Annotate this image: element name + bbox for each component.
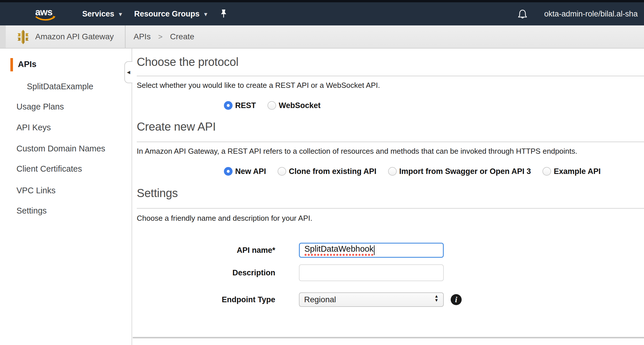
footer-divider (133, 337, 644, 338)
description-input[interactable] (299, 264, 444, 281)
nav-services-menu[interactable]: Services ▼ (82, 10, 123, 18)
nav-resource-groups-menu[interactable]: Resource Groups ▼ (134, 10, 208, 18)
breadcrumb: Amazon API Gateway APIs > Create (0, 25, 644, 49)
radio-option-websocket[interactable]: WebSocket (267, 101, 321, 110)
text-cursor (374, 245, 375, 255)
protocol-radio-group: REST WebSocket (224, 98, 321, 113)
section-divider (137, 76, 644, 76)
pin-shortcut-button[interactable] (219, 9, 228, 19)
breadcrumb-divider (125, 25, 126, 48)
radio-selected-icon[interactable] (224, 101, 233, 110)
endpoint-type-label: Endpoint Type (137, 295, 275, 304)
sidebar-item-custom-domain-names[interactable]: Custom Domain Names (16, 144, 105, 153)
endpoint-type-row: Endpoint Type Regional ▲▼ i (137, 292, 462, 307)
sidebar-item-apis[interactable]: APIs (18, 60, 36, 69)
sidebar-item-api-keys[interactable]: API Keys (16, 123, 51, 132)
breadcrumb-service-name[interactable]: Amazon API Gateway (35, 25, 114, 48)
notifications-bell-button[interactable] (517, 9, 528, 21)
radio-option-import-swagger[interactable]: Import from Swagger or Open API 3 (388, 167, 531, 176)
api-gateway-icon (17, 29, 29, 46)
api-name-input[interactable]: SplitDataWebhook (299, 243, 444, 258)
nav-resource-groups-label: Resource Groups (134, 10, 200, 18)
settings-section-description: Choose a friendly name and description f… (137, 214, 312, 223)
breadcrumb-item-create: Create (170, 32, 194, 41)
bell-icon (517, 9, 528, 20)
breadcrumb-item-apis[interactable]: APIs (134, 32, 151, 41)
radio-option-clone[interactable]: Clone from existing API (278, 167, 377, 176)
nav-services-label: Services (82, 10, 114, 18)
api-name-row: API name* SplitDataWebhook (137, 242, 444, 258)
api-name-value: SplitDataWebhook (304, 244, 374, 256)
endpoint-type-select[interactable]: Regional ▲▼ (299, 292, 444, 307)
sidebar-item-splitdataexample[interactable]: SplitDataExample (27, 82, 93, 91)
description-label: Description (137, 268, 275, 277)
endpoint-type-value: Regional (304, 295, 336, 304)
info-icon[interactable]: i (451, 294, 462, 305)
radio-option-rest[interactable]: REST (224, 101, 256, 110)
protocol-section-title: Choose the protocol (137, 55, 238, 68)
section-divider (137, 142, 644, 142)
radio-unselected-icon[interactable] (267, 101, 276, 110)
section-divider (137, 208, 644, 209)
aws-logo-icon[interactable]: aws (35, 8, 57, 23)
window-top-strip (0, 0, 644, 2)
description-row: Description (137, 264, 444, 281)
sidebar: APIs SplitDataExample Usage Plans API Ke… (0, 49, 132, 345)
create-section-description: In Amazon API Gateway, a REST API refers… (137, 147, 577, 156)
settings-section-title: Settings (137, 187, 178, 200)
account-name: okta-admin-role/bilal.al-sha (544, 10, 638, 18)
protocol-section-description: Select whether you would like to create … (137, 81, 380, 90)
radio-option-example-api[interactable]: Example API (542, 167, 601, 176)
sidebar-item-settings[interactable]: Settings (16, 206, 47, 216)
sidebar-item-client-certificates[interactable]: Client Certificates (16, 164, 82, 174)
chevron-down-icon: ▼ (118, 11, 123, 18)
aws-top-navbar: aws Services ▼ Resource Groups ▼ okta-ad… (0, 2, 644, 25)
api-name-label: API name* (137, 246, 275, 255)
svg-text:aws: aws (35, 8, 52, 17)
radio-option-new-api[interactable]: New API (224, 167, 266, 176)
create-section-title: Create new API (137, 120, 216, 133)
select-arrows-icon: ▲▼ (434, 294, 439, 302)
chevron-down-icon: ▼ (203, 11, 208, 18)
radio-unselected-icon[interactable] (542, 167, 551, 176)
active-item-indicator (10, 58, 13, 71)
pin-icon (219, 9, 228, 19)
main-content: Choose the protocol Select whether you w… (133, 49, 644, 345)
radio-selected-icon[interactable] (224, 167, 233, 176)
sidebar-collapse-toggle[interactable]: ◀ (124, 61, 133, 83)
breadcrumb-separator: > (158, 32, 162, 41)
create-type-radio-group: New API Clone from existing API Import f… (224, 164, 601, 179)
account-menu[interactable]: okta-admin-role/bilal.al-sha (544, 2, 638, 25)
sidebar-item-usage-plans[interactable]: Usage Plans (16, 102, 64, 112)
radio-unselected-icon[interactable] (278, 167, 286, 176)
sidebar-item-vpc-links[interactable]: VPC Links (16, 186, 55, 195)
collapse-arrow-icon: ◀ (127, 70, 130, 75)
left-gutter (0, 25, 6, 48)
radio-unselected-icon[interactable] (388, 167, 397, 176)
